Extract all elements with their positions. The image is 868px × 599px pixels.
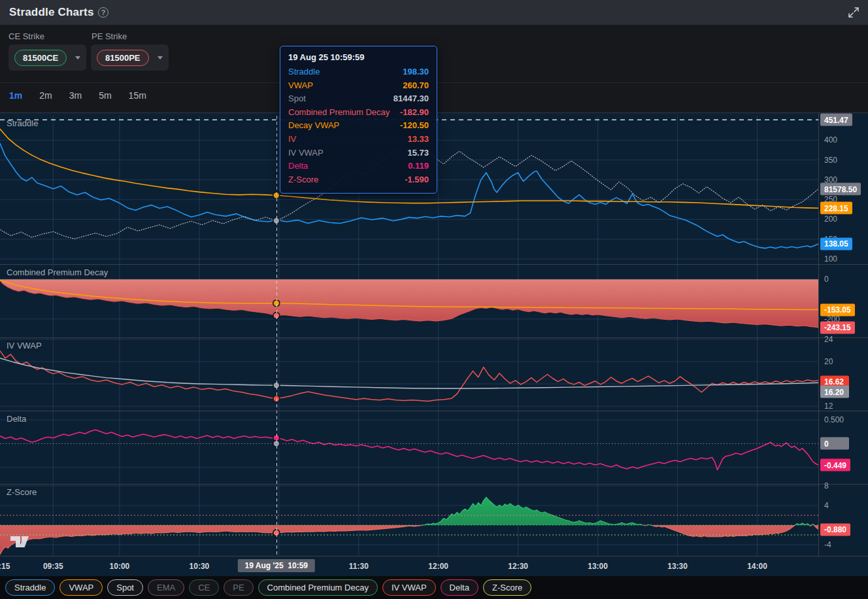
pe-strike-select[interactable]: 81500PE [91,44,169,71]
tradingview-logo[interactable] [10,536,34,548]
time-label-12:00: 12:00 [428,562,448,571]
legend-straddle[interactable]: Straddle [5,579,55,596]
price-axis[interactable]: 400350300250200150100451.4781578.50228.1… [818,113,868,556]
legend-ce[interactable]: CE [189,579,219,596]
axis-badge--0.880: -0.880 [820,523,850,536]
axis-badge-138.05: 138.05 [820,237,852,250]
panel-separator [0,484,868,485]
combined-premium-decay-plot[interactable] [0,265,818,337]
z-score-panel [0,485,818,556]
tooltip-row-spot: Spot81447.30 [288,92,429,106]
iv-vwap-plot[interactable] [0,338,818,411]
ce-strike-value: 81500CE [14,50,67,66]
axis-badge--0.449: -0.449 [820,459,850,471]
tooltip-row-iv-vwap: IV VWAP15.73 [288,146,429,160]
timeframe-15m[interactable]: 15m [129,90,146,101]
time-label-11:30: 11:30 [349,562,369,571]
legend-delta[interactable]: Delta [441,579,478,596]
axis-badge-16.20: 16.20 [820,386,849,398]
tooltip-row-delta: Delta0.119 [288,160,429,173]
tooltip-row-decay-vwap: Decay VWAP-120.50 [288,119,429,133]
timeframe-5m[interactable]: 5m [99,90,111,101]
time-label-13:00: 13:00 [588,562,608,571]
axis-badge-81578.50: 81578.50 [820,183,861,196]
axis-tick-350: 350 [824,156,837,165]
axis-badge--243.15: -243.15 [820,321,855,334]
legend-spot[interactable]: Spot [107,579,143,596]
time-label-10:00: 10:00 [110,562,130,571]
tooltip-rows: Straddle198.30VWAP260.70Spot81447.30Comb… [288,65,429,186]
time-axis[interactable]: 09:1509:3510:0010:3011:3012:0012:3013:00… [0,556,868,576]
time-label-09:15: 09:15 [0,562,10,571]
axis-tick-400: 400 [824,135,837,145]
axis-badge--153.05: -153.05 [820,303,855,316]
help-icon[interactable]: ? [98,7,108,18]
tooltip-row-combined-premium-decay: Combined Premium Decay-182.90 [288,106,429,120]
timeframe-2m[interactable]: 2m [39,90,52,101]
legend-combined-premium-decay[interactable]: Combined Premium Decay [258,579,378,596]
axis-tick--4: -4 [824,540,831,549]
timeframe-1m[interactable]: 1m [9,90,22,101]
ce-strike-select[interactable]: 81500CE [8,44,86,71]
panel-separator [0,264,868,265]
axis-badge-0: 0 [820,437,849,450]
legend-z-score[interactable]: Z-Score [483,579,531,596]
chevron-down-icon [158,56,163,60]
crosshair-tooltip: 19 Aug 25 10:59:59 Straddle198.30VWAP260… [280,46,437,194]
delta-plot[interactable] [0,411,818,484]
legend-pe[interactable]: PE [224,579,253,596]
axis-tick-24: 24 [824,335,833,344]
axis-tick-20: 20 [824,357,833,366]
legend-vwap[interactable]: VWAP [59,579,103,596]
tooltip-row-z-score: Z-Score-1.590 [288,173,429,187]
tooltip-row-straddle: Straddle198.30 [288,65,429,79]
time-label-13:30: 13:30 [667,562,688,571]
axis-tick-0.500: 0.500 [824,415,844,424]
axis-tick-100: 100 [824,254,837,264]
axis-tick-8: 8 [824,481,829,490]
panel-separator [0,337,868,338]
tooltip-row-iv: IV13.33 [288,133,429,146]
pe-strike-value: 81500PE [97,50,149,66]
tooltip-row-vwap: VWAP260.70 [288,79,429,93]
legend-bar: StraddleVWAPSpotEMACEPECombined Premium … [0,576,868,599]
legend-iv-vwap[interactable]: IV VWAP [382,579,436,596]
z-score-plot[interactable] [0,485,818,556]
axis-tick-4: 4 [824,501,829,510]
iv-vwap-panel [0,338,818,411]
expand-icon[interactable] [848,7,860,18]
axis-tick-12: 12 [824,402,833,411]
axis-tick-0: 0 [824,275,829,284]
tooltip-timestamp: 19 Aug 25 10:59:59 [288,52,429,62]
time-label-09:35: 09:35 [43,562,63,571]
pe-strike-label: PE Strike [92,31,127,41]
crosshair-time-badge: 19 Aug '25 10:59 [238,559,315,572]
crosshair-line [276,116,277,556]
legend-ema[interactable]: EMA [148,579,184,596]
combined-premium-decay-panel [0,265,818,337]
header: Straddle Charts ? [0,0,868,25]
chevron-down-icon [75,56,80,60]
time-label-12:30: 12:30 [508,562,528,571]
straddle-charts-app: Straddle Charts ? CE Strike 81500CE PE S… [0,0,868,599]
axis-badge-451.47: 451.47 [820,114,852,126]
timeframe-3m[interactable]: 3m [69,90,82,101]
ce-strike-label: CE Strike [8,31,44,41]
page-title: Straddle Charts [9,6,94,19]
timeframe-tabs: 1m2m3m5m15m [9,90,146,101]
time-label-10:30: 10:30 [190,562,210,571]
panel-separator [0,411,868,411]
time-label-14:00: 14:00 [747,562,767,571]
axis-tick-200: 200 [824,214,837,224]
axis-badge-228.15: 228.15 [820,202,852,214]
delta-panel [0,411,818,484]
